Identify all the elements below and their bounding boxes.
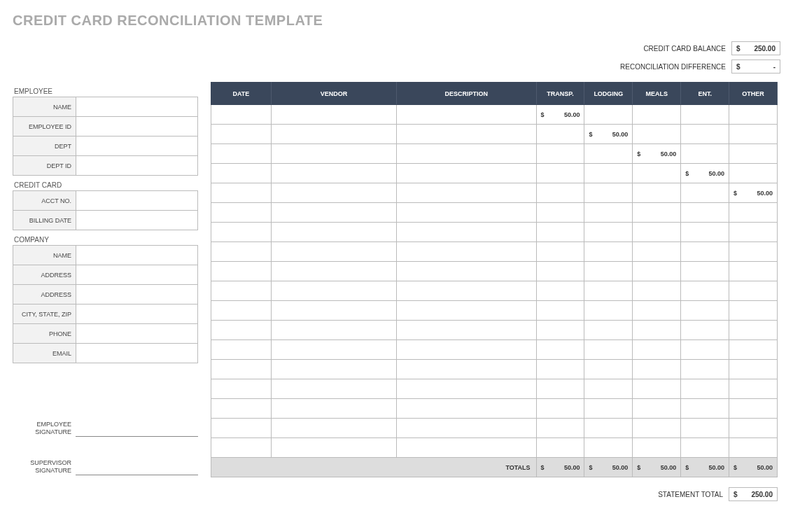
cell-other[interactable]: [729, 125, 778, 144]
cell-other[interactable]: [729, 360, 778, 379]
cell-desc[interactable]: [397, 105, 536, 125]
cell-transp[interactable]: [536, 223, 584, 242]
cell-meals[interactable]: [633, 438, 681, 458]
cell-lodging[interactable]: [584, 281, 633, 301]
cell-ent[interactable]: [681, 144, 729, 164]
reconciliation-diff-value[interactable]: $ -: [731, 59, 780, 74]
cell-transp[interactable]: [536, 340, 584, 360]
cell-other[interactable]: [729, 340, 778, 360]
cell-ent[interactable]: [681, 242, 729, 262]
company-field-input[interactable]: [76, 344, 198, 363]
cell-desc[interactable]: [397, 340, 536, 360]
cell-transp[interactable]: [536, 399, 584, 419]
cell-desc[interactable]: [397, 262, 536, 281]
cell-ent[interactable]: [681, 438, 729, 458]
cell-date[interactable]: [211, 419, 272, 438]
statement-total-value[interactable]: $ 250.00: [729, 487, 778, 501]
cell-date[interactable]: [211, 301, 272, 321]
cell-lodging[interactable]: [584, 360, 633, 379]
cell-transp[interactable]: [536, 125, 584, 144]
employee-signature-line[interactable]: [76, 436, 198, 437]
cell-lodging[interactable]: [584, 262, 633, 281]
cell-ent[interactable]: [681, 262, 729, 281]
cell-vendor[interactable]: [271, 360, 396, 379]
cell-lodging[interactable]: [584, 105, 633, 125]
cell-date[interactable]: [211, 164, 272, 183]
cell-meals[interactable]: [633, 223, 681, 242]
cell-desc[interactable]: [397, 164, 536, 183]
cell-vendor[interactable]: [271, 242, 396, 262]
cell-other[interactable]: [729, 223, 778, 242]
cell-vendor[interactable]: [271, 419, 396, 438]
cell-transp[interactable]: [536, 203, 584, 223]
cell-transp[interactable]: [536, 438, 584, 458]
cell-desc[interactable]: [397, 438, 536, 458]
cell-ent[interactable]: $50.00: [681, 164, 729, 183]
cell-ent[interactable]: [681, 223, 729, 242]
cell-desc[interactable]: [397, 360, 536, 379]
cell-vendor[interactable]: [271, 340, 396, 360]
credit-card-field-input[interactable]: [76, 211, 198, 230]
cell-vendor[interactable]: [271, 379, 396, 399]
cell-meals[interactable]: [633, 340, 681, 360]
cell-desc[interactable]: [397, 223, 536, 242]
cell-lodging[interactable]: [584, 144, 633, 164]
cell-vendor[interactable]: [271, 203, 396, 223]
cell-date[interactable]: [211, 125, 272, 144]
cell-transp[interactable]: [536, 262, 584, 281]
cell-desc[interactable]: [397, 321, 536, 340]
cell-date[interactable]: [211, 203, 272, 223]
cell-date[interactable]: [211, 144, 272, 164]
cell-date[interactable]: [211, 183, 272, 203]
cell-date[interactable]: [211, 379, 272, 399]
cell-desc[interactable]: [397, 419, 536, 438]
cell-date[interactable]: [211, 242, 272, 262]
credit-card-field-input[interactable]: [76, 191, 198, 211]
cell-lodging[interactable]: [584, 379, 633, 399]
cell-transp[interactable]: [536, 183, 584, 203]
cell-lodging[interactable]: [584, 242, 633, 262]
cell-vendor[interactable]: [271, 144, 396, 164]
company-field-input[interactable]: [76, 246, 198, 265]
cell-vendor[interactable]: [271, 301, 396, 321]
cell-ent[interactable]: [681, 301, 729, 321]
cell-date[interactable]: [211, 105, 272, 125]
cell-meals[interactable]: [633, 379, 681, 399]
cell-transp[interactable]: [536, 301, 584, 321]
cell-desc[interactable]: [397, 203, 536, 223]
company-field-input[interactable]: [76, 265, 198, 285]
cell-other[interactable]: [729, 164, 778, 183]
cell-lodging[interactable]: [584, 203, 633, 223]
cell-meals[interactable]: [633, 301, 681, 321]
cell-meals[interactable]: [633, 242, 681, 262]
employee-field-input[interactable]: [76, 156, 198, 176]
cell-desc[interactable]: [397, 183, 536, 203]
cell-transp[interactable]: [536, 144, 584, 164]
cell-ent[interactable]: [681, 360, 729, 379]
cell-vendor[interactable]: [271, 438, 396, 458]
cell-desc[interactable]: [397, 281, 536, 301]
cell-ent[interactable]: [681, 105, 729, 125]
cell-vendor[interactable]: [271, 164, 396, 183]
cell-other[interactable]: [729, 144, 778, 164]
cell-lodging[interactable]: [584, 419, 633, 438]
cell-lodging[interactable]: [584, 183, 633, 203]
cell-other[interactable]: [729, 242, 778, 262]
cell-meals[interactable]: [633, 281, 681, 301]
cell-lodging[interactable]: [584, 321, 633, 340]
cell-ent[interactable]: [681, 183, 729, 203]
employee-field-input[interactable]: [76, 136, 198, 156]
cell-date[interactable]: [211, 281, 272, 301]
cell-vendor[interactable]: [271, 105, 396, 125]
cell-desc[interactable]: [397, 242, 536, 262]
cell-desc[interactable]: [397, 379, 536, 399]
cell-ent[interactable]: [681, 379, 729, 399]
cell-transp[interactable]: $50.00: [536, 105, 584, 125]
cell-other[interactable]: $50.00: [729, 183, 778, 203]
cell-transp[interactable]: [536, 419, 584, 438]
cell-date[interactable]: [211, 223, 272, 242]
cell-meals[interactable]: [633, 262, 681, 281]
cell-vendor[interactable]: [271, 125, 396, 144]
cell-date[interactable]: [211, 340, 272, 360]
cell-meals[interactable]: [633, 105, 681, 125]
